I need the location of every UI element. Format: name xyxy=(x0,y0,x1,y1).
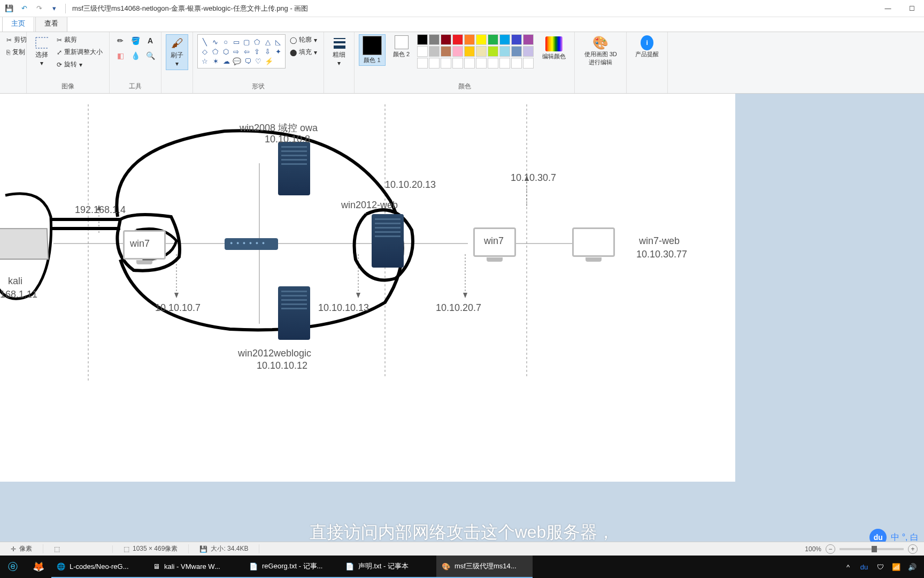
color2-button[interactable]: 颜色 2 xyxy=(390,34,413,59)
callout1-shape-icon[interactable]: ☁ xyxy=(221,56,231,66)
color-swatch[interactable] xyxy=(523,46,534,57)
custom-color-slot[interactable] xyxy=(429,58,440,69)
color-swatch[interactable] xyxy=(464,34,475,45)
ie-icon[interactable]: ⓔ xyxy=(0,556,26,578)
task-notepad2[interactable]: 📄声明.txt - 记事本 xyxy=(340,556,436,578)
copy-button[interactable]: ⎘复制 xyxy=(4,47,29,58)
task-vmware[interactable]: 🖥kali - VMware W... xyxy=(148,556,244,578)
cut-button[interactable]: ✂剪切 xyxy=(4,34,29,45)
task-notepad1[interactable]: 📄reGeorg.txt - 记事... xyxy=(244,556,340,578)
fill-shape-button[interactable]: ⬤填充 ▾ xyxy=(288,47,319,58)
diamond-shape-icon[interactable]: ◇ xyxy=(200,47,210,56)
color-swatch[interactable] xyxy=(523,34,534,45)
zoom-slider[interactable] xyxy=(840,548,904,550)
tray-up-icon[interactable]: ^ xyxy=(843,563,853,571)
resize-button[interactable]: ⤢重新调整大小 xyxy=(55,47,105,58)
qat-redo-icon[interactable]: ↷ xyxy=(33,3,45,14)
custom-color-slot[interactable] xyxy=(523,58,534,69)
color-swatch[interactable] xyxy=(476,46,487,57)
custom-color-slot[interactable] xyxy=(511,58,522,69)
color-swatch[interactable] xyxy=(499,46,510,57)
color-swatch[interactable] xyxy=(441,46,451,57)
custom-color-slot[interactable] xyxy=(499,58,510,69)
line-shape-icon[interactable]: ╲ xyxy=(200,37,210,47)
arrow-d-shape-icon[interactable]: ⇩ xyxy=(263,47,273,56)
rect-shape-icon[interactable]: ▭ xyxy=(232,37,241,47)
edit-colors-button[interactable]: 编辑颜色 xyxy=(538,34,570,63)
select-button[interactable]: 选择▾ xyxy=(31,34,52,69)
fill-tool-icon[interactable]: 🪣 xyxy=(129,34,142,47)
star4-shape-icon[interactable]: ✦ xyxy=(273,47,283,56)
callout2-shape-icon[interactable]: 💬 xyxy=(232,56,242,66)
star6-shape-icon[interactable]: ✶ xyxy=(211,56,220,66)
tray-shield-icon[interactable]: 🛡 xyxy=(875,563,886,571)
outline-button[interactable]: ◯轮廓 ▾ xyxy=(288,34,319,45)
zoom-tool-icon[interactable]: 🔍 xyxy=(144,49,157,62)
color-swatch[interactable] xyxy=(476,34,487,45)
arrow-r-shape-icon[interactable]: ⇨ xyxy=(232,47,241,56)
qat-save-icon[interactable]: 💾 xyxy=(3,3,15,14)
tray-wifi-icon[interactable]: 📶 xyxy=(891,563,902,571)
color-swatch[interactable] xyxy=(499,34,510,45)
canvas[interactable]: kali 168.1.11 192.168.1.4 win7 10.10.10.… xyxy=(0,94,735,482)
paint3d-button[interactable]: 🎨 使用画图 3D 进行编辑 xyxy=(579,34,622,69)
rtriangle-shape-icon[interactable]: ◺ xyxy=(273,37,283,47)
color-swatch[interactable] xyxy=(511,34,522,45)
firefox-icon[interactable]: 🦊 xyxy=(26,556,51,578)
polygon-shape-icon[interactable]: ⬠ xyxy=(252,37,262,47)
maximize-button[interactable]: ☐ xyxy=(900,0,924,17)
minimize-button[interactable]: ― xyxy=(876,0,900,17)
color-swatch[interactable] xyxy=(417,34,428,45)
star5-shape-icon[interactable]: ☆ xyxy=(200,56,210,66)
brush-button[interactable]: 🖌 刷子▾ xyxy=(166,34,188,70)
qat-customize-icon[interactable]: ▾ xyxy=(48,3,60,14)
text-tool-icon[interactable]: A xyxy=(144,34,157,47)
arrow-l-shape-icon[interactable]: ⇦ xyxy=(242,47,252,56)
color-swatch[interactable] xyxy=(511,46,522,57)
lightning-shape-icon[interactable]: ⚡ xyxy=(264,56,274,66)
color-swatch[interactable] xyxy=(441,34,451,45)
zoom-out-button[interactable]: − xyxy=(826,544,835,554)
color-swatch[interactable] xyxy=(429,46,440,57)
color1-button[interactable]: 颜色 1 xyxy=(359,34,386,66)
tab-view[interactable]: 查看 xyxy=(35,15,67,32)
qat-undo-icon[interactable]: ↶ xyxy=(18,3,30,14)
callout3-shape-icon[interactable]: 🗨 xyxy=(243,56,252,66)
color-swatch[interactable] xyxy=(488,46,498,57)
roundrect-shape-icon[interactable]: ▢ xyxy=(242,37,252,47)
curve-shape-icon[interactable]: ∿ xyxy=(211,37,220,47)
color-swatch[interactable] xyxy=(452,34,463,45)
custom-color-slot[interactable] xyxy=(464,58,475,69)
color-swatch[interactable] xyxy=(452,46,463,57)
task-paint[interactable]: 🎨msf三级代理ms14... xyxy=(436,556,533,578)
arrow-u-shape-icon[interactable]: ⇧ xyxy=(252,47,262,56)
thickness-button[interactable]: 粗细▾ xyxy=(328,34,350,69)
pentagon-shape-icon[interactable]: ⬠ xyxy=(211,47,220,56)
custom-color-slot[interactable] xyxy=(476,58,487,69)
pencil-tool-icon[interactable]: ✏ xyxy=(114,34,127,47)
eraser-tool-icon[interactable]: ◧ xyxy=(114,49,127,62)
hexagon-shape-icon[interactable]: ⬡ xyxy=(221,47,230,56)
picker-tool-icon[interactable]: 💧 xyxy=(129,49,142,62)
tray-baidu-icon[interactable]: du xyxy=(859,563,869,571)
tab-home[interactable]: 主页 xyxy=(2,15,34,32)
zoom-in-button[interactable]: + xyxy=(908,544,918,554)
win7web-ip: 10.10.30.77 xyxy=(636,249,687,260)
tray-volume-icon[interactable]: 🔊 xyxy=(907,563,918,571)
heart-shape-icon[interactable]: ♡ xyxy=(253,56,263,66)
shapes-gallery[interactable]: ╲ ∿ ○ ▭ ▢ ⬠ △ ◺ ◇ ⬠ ⬡ ⇨ ⇦ ⇧ ⇩ ✦ xyxy=(197,34,286,69)
oval-shape-icon[interactable]: ○ xyxy=(221,37,230,47)
triangle-shape-icon[interactable]: △ xyxy=(263,37,273,47)
color-swatch[interactable] xyxy=(464,46,475,57)
color-swatch[interactable] xyxy=(488,34,498,45)
custom-color-slot[interactable] xyxy=(441,58,451,69)
custom-color-slot[interactable] xyxy=(452,58,463,69)
custom-color-slot[interactable] xyxy=(417,58,428,69)
alerts-button[interactable]: i 产品提醒 xyxy=(631,34,663,60)
custom-color-slot[interactable] xyxy=(488,58,498,69)
crop-button[interactable]: ✂裁剪 xyxy=(55,34,105,45)
color-swatch[interactable] xyxy=(417,46,428,57)
task-chrome[interactable]: 🌐L-codes/Neo-reG... xyxy=(51,556,148,578)
color-swatch[interactable] xyxy=(429,34,440,45)
rotate-button[interactable]: ⟳旋转 ▾ xyxy=(55,59,105,70)
